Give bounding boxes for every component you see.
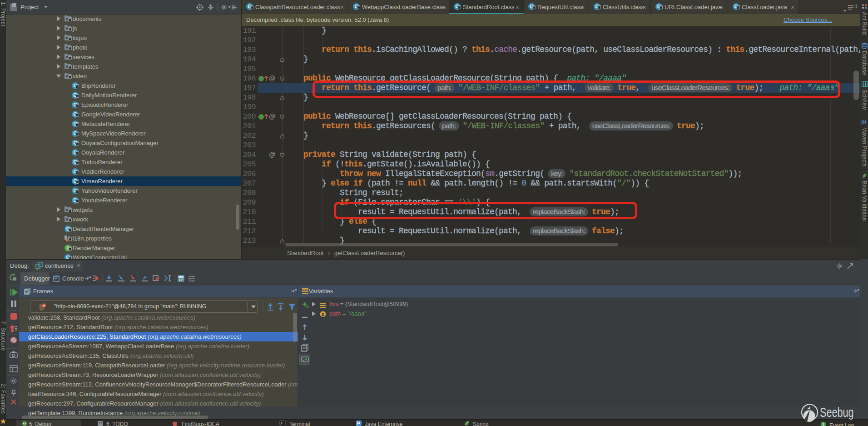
svg-text:p: p (322, 312, 324, 317)
